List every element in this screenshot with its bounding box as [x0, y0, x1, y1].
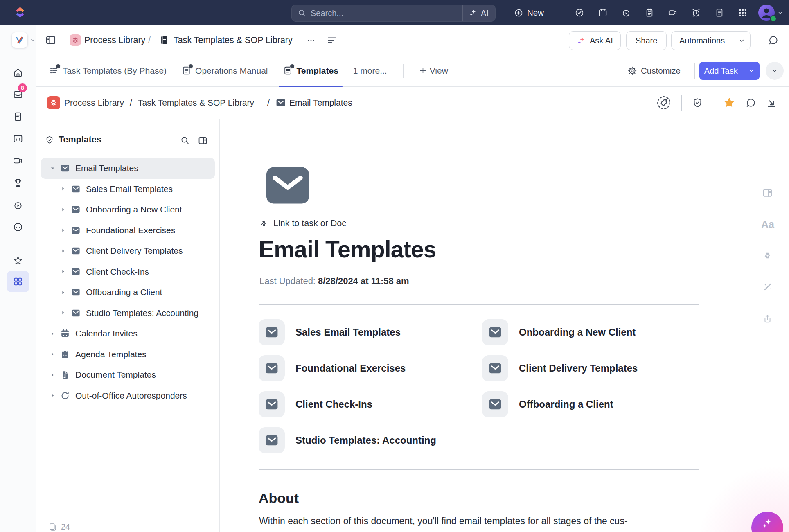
chevron-expanded-icon[interactable]: [49, 165, 56, 172]
location-page[interactable]: Email Templates: [289, 87, 352, 119]
chevron-collapsed-icon[interactable]: [60, 289, 67, 296]
tab-label: Task Templates (By Phase): [63, 66, 167, 76]
rail-item-trophy[interactable]: [0, 172, 36, 194]
calendar-icon[interactable]: [598, 8, 608, 18]
workspace-chevron-down-icon[interactable]: [30, 37, 36, 43]
rail-item-video-camera[interactable]: [0, 150, 36, 172]
star-filled-icon[interactable]: [723, 97, 735, 109]
chevron-collapsed-icon[interactable]: [60, 248, 67, 255]
avatar-chevron-down-icon[interactable]: [777, 10, 783, 16]
section-link-sales-email-templates[interactable]: Sales Email Templates: [259, 319, 482, 345]
outline-list-icon[interactable]: [327, 35, 337, 45]
video-camera-icon[interactable]: [668, 8, 678, 18]
page-title[interactable]: Email Templates: [259, 236, 436, 263]
tree-item-client-check-ins[interactable]: Client Check-Ins: [41, 261, 215, 282]
tab-task-templates-by-phase-[interactable]: Task Templates (By Phase): [49, 55, 167, 87]
space-avatar-red[interactable]: [47, 96, 60, 109]
document-icon[interactable]: [715, 8, 724, 18]
clickup-logo-icon[interactable]: [12, 5, 28, 20]
panel-right-icon[interactable]: [762, 187, 773, 198]
list-view-icon: [49, 65, 59, 76]
customize-button[interactable]: Customize: [627, 55, 681, 87]
breadcrumb-space[interactable]: Process Library: [84, 25, 145, 55]
tree-item-sales-email-templates[interactable]: Sales Email Templates: [41, 179, 215, 200]
about-heading: About: [259, 490, 299, 506]
tree-item-email-templates[interactable]: Email Templates: [41, 158, 215, 179]
tab-templates[interactable]: Templates: [283, 55, 338, 87]
chevron-collapsed-icon[interactable]: [49, 392, 56, 399]
chevron-collapsed-icon[interactable]: [60, 227, 67, 234]
add-task-chevron[interactable]: [743, 62, 760, 80]
section-link-client-check-ins[interactable]: Client Check-Ins: [259, 391, 482, 417]
apps-grid-icon[interactable]: [738, 8, 748, 18]
automations-button[interactable]: Automations: [671, 31, 751, 50]
tree-item-out-of-office-autoresponders[interactable]: Out-of-Office Autoresponders: [41, 385, 215, 406]
space-avatar[interactable]: [70, 34, 81, 46]
collapse-header-button[interactable]: [766, 62, 784, 80]
section-link-studio-templates-accounting[interactable]: Studio Templates: Accounting: [259, 427, 482, 453]
tree-item-onboarding-a-new-client[interactable]: Onboarding a New Client: [41, 199, 215, 220]
automations-chevron[interactable]: [733, 37, 750, 44]
new-button[interactable]: New: [514, 5, 544, 20]
location-doc[interactable]: Task Templates & SOP Library: [138, 87, 254, 119]
ai-search-toggle[interactable]: AI: [462, 5, 495, 21]
rail-item-dashboard[interactable]: [0, 128, 36, 150]
chevron-collapsed-icon[interactable]: [49, 330, 56, 337]
topbar: AI New: [0, 0, 789, 25]
more-options-icon[interactable]: [306, 36, 316, 45]
link-to-task-button[interactable]: Link to task or Doc: [259, 214, 346, 232]
chevron-collapsed-icon[interactable]: [49, 351, 56, 358]
tag-icon[interactable]: [656, 95, 672, 110]
sidebar-toggle-icon[interactable]: [45, 34, 56, 46]
alarm-clock-icon[interactable]: [691, 8, 701, 18]
rail-item-doc-sheet[interactable]: [0, 106, 36, 128]
rail-item-apps-active[interactable]: [7, 271, 29, 292]
share-export-icon[interactable]: [762, 313, 773, 324]
rail-item-inbox[interactable]: 8: [0, 83, 36, 106]
section-link-offboarding-a-client[interactable]: Offboarding a Client: [482, 391, 701, 417]
panel-search-icon[interactable]: [180, 135, 190, 145]
shield-check-icon[interactable]: [692, 97, 703, 108]
breadcrumb-doc[interactable]: Task Templates & SOP Library: [174, 25, 293, 55]
search-input[interactable]: [307, 9, 462, 18]
notepad-icon[interactable]: [645, 8, 654, 18]
tree-item-agenda-templates[interactable]: Agenda Templates: [41, 344, 215, 365]
tree-item-calendar-invites[interactable]: Calendar Invites: [41, 323, 215, 344]
tree-item-studio-templates-accounting[interactable]: Studio Templates: Accounting: [41, 303, 215, 324]
section-link-label: Sales Email Templates: [295, 327, 401, 338]
search-bar[interactable]: AI: [291, 5, 496, 22]
panel-toggle-icon[interactable]: [198, 135, 208, 146]
ask-ai-button[interactable]: Ask AI: [569, 31, 621, 50]
tree-item-offboarding-a-client[interactable]: Offboarding a Client: [41, 282, 215, 303]
magic-wand-icon[interactable]: [762, 282, 773, 293]
favorites-star-icon[interactable]: [13, 255, 23, 266]
timer-icon[interactable]: [621, 8, 631, 18]
add-task-button[interactable]: Add Task: [699, 62, 760, 80]
more-views-button[interactable]: 1 more...: [353, 66, 387, 76]
tree-item-document-templates[interactable]: Document Templates: [41, 365, 215, 385]
chevron-collapsed-icon[interactable]: [60, 206, 67, 213]
add-view-button[interactable]: View: [419, 66, 448, 76]
chevron-collapsed-icon[interactable]: [60, 309, 67, 316]
chevron-collapsed-icon[interactable]: [60, 268, 67, 275]
check-circle-icon[interactable]: [575, 8, 584, 18]
location-space[interactable]: Process Library: [64, 87, 124, 119]
section-link-onboarding-a-new-client[interactable]: Onboarding a New Client: [482, 319, 701, 345]
chevron-collapsed-icon[interactable]: [60, 185, 67, 192]
rail-item-timer[interactable]: [0, 194, 36, 216]
send-export-icon[interactable]: [766, 97, 777, 108]
tab-operations-manual[interactable]: Operations Manual: [181, 55, 268, 87]
tree-item-foundational-exercises[interactable]: Foundational Exercises: [41, 220, 215, 241]
comments-icon[interactable]: [768, 35, 779, 46]
comment-bubble-icon[interactable]: [745, 97, 756, 108]
rail-item-more[interactable]: [0, 216, 36, 238]
chevron-collapsed-icon[interactable]: [49, 372, 56, 379]
tree-item-client-delivery-templates[interactable]: Client Delivery Templates: [41, 241, 215, 261]
swap-arrows-icon[interactable]: [762, 250, 773, 261]
workspace-logo[interactable]: [12, 32, 27, 48]
section-link-foundational-exercises[interactable]: Foundational Exercises: [259, 355, 482, 381]
rail-item-home[interactable]: [0, 61, 36, 83]
section-link-client-delivery-templates[interactable]: Client Delivery Templates: [482, 355, 701, 381]
share-button[interactable]: Share: [626, 31, 667, 50]
font-settings-icon[interactable]: Aa: [761, 219, 774, 230]
